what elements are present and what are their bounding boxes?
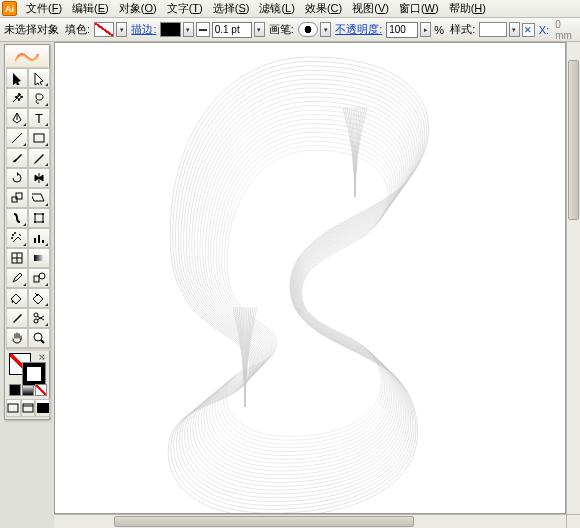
menu-filter[interactable]: 滤镜(L) bbox=[254, 0, 299, 18]
color-mode-solid[interactable] bbox=[9, 384, 21, 396]
menu-edit[interactable]: 编辑(E) bbox=[67, 0, 114, 18]
svg-rect-14 bbox=[38, 235, 40, 243]
menu-window[interactable]: 窗口(W) bbox=[394, 0, 444, 18]
palette-header-icon bbox=[6, 46, 48, 68]
reflect-tool[interactable] bbox=[28, 168, 50, 188]
svg-point-10 bbox=[12, 234, 14, 236]
menu-object[interactable]: 对象(O) bbox=[114, 0, 162, 18]
selection-status: 未选择对象 bbox=[2, 22, 61, 37]
tool-palette: T⤭ bbox=[4, 44, 50, 420]
menu-effect[interactable]: 效果(C) bbox=[300, 0, 347, 18]
rotate-tool[interactable] bbox=[6, 168, 28, 188]
opacity-unit: % bbox=[433, 24, 446, 36]
svg-rect-19 bbox=[34, 255, 44, 261]
style-swatch[interactable] bbox=[479, 22, 507, 37]
stroke-weight-dropdown[interactable]: ▾ bbox=[254, 22, 265, 37]
svg-point-21 bbox=[39, 273, 45, 279]
symbol-sprayer-tool[interactable] bbox=[6, 228, 28, 248]
live-paint-selection-tool[interactable] bbox=[28, 288, 50, 308]
svg-text:T: T bbox=[35, 111, 43, 125]
scrollbar-vertical[interactable] bbox=[566, 42, 580, 514]
menu-select[interactable]: 选择(S) bbox=[208, 0, 255, 18]
warp-tool[interactable] bbox=[6, 208, 28, 228]
paintbrush-tool[interactable] bbox=[6, 148, 28, 168]
scale-tool[interactable] bbox=[6, 188, 28, 208]
type-tool[interactable]: T bbox=[28, 108, 50, 128]
stroke-label[interactable]: 描边: bbox=[129, 22, 158, 37]
stroke-color-swatch[interactable] bbox=[23, 363, 45, 385]
svg-point-9 bbox=[42, 221, 44, 223]
x-coord-label: X: bbox=[537, 24, 551, 36]
free-transform-tool[interactable] bbox=[28, 208, 50, 228]
svg-rect-20 bbox=[34, 276, 39, 282]
svg-rect-26 bbox=[8, 404, 18, 412]
artwork-s-blend bbox=[130, 42, 490, 514]
pen-tool[interactable] bbox=[6, 108, 28, 128]
direct-selection-tool[interactable] bbox=[28, 68, 50, 88]
hand-tool[interactable] bbox=[6, 328, 28, 348]
svg-rect-27 bbox=[23, 404, 33, 412]
graph-tool[interactable] bbox=[28, 228, 50, 248]
app-icon: Ai bbox=[2, 1, 17, 16]
stroke-dropdown[interactable]: ▾ bbox=[183, 22, 194, 37]
svg-point-7 bbox=[42, 213, 44, 215]
svg-point-11 bbox=[14, 232, 16, 234]
stroke-swatch[interactable] bbox=[160, 22, 180, 37]
stroke-weight-input[interactable] bbox=[212, 22, 252, 38]
shear-tool[interactable] bbox=[28, 188, 50, 208]
canvas[interactable] bbox=[54, 42, 566, 514]
color-mode-gradient[interactable] bbox=[22, 384, 34, 396]
svg-line-25 bbox=[41, 340, 44, 343]
fill-swatch[interactable] bbox=[94, 22, 114, 37]
zoom-tool[interactable] bbox=[28, 328, 50, 348]
menu-type[interactable]: 文字(T) bbox=[162, 0, 208, 18]
mesh-tool[interactable] bbox=[6, 248, 28, 268]
scrollbar-horizontal[interactable] bbox=[54, 514, 566, 528]
svg-rect-5 bbox=[35, 214, 43, 222]
lasso-tool[interactable] bbox=[28, 88, 50, 108]
svg-point-24 bbox=[34, 333, 42, 341]
color-mode-row bbox=[6, 383, 50, 399]
eyedropper-tool[interactable] bbox=[6, 268, 28, 288]
pencil-tool[interactable] bbox=[28, 148, 50, 168]
opacity-input[interactable] bbox=[386, 22, 418, 38]
fill-dropdown[interactable]: ▾ bbox=[116, 22, 127, 37]
control-bar: 未选择对象 填色: ▾ 描边: ▾ ▾ 画笔: ▾ 不透明度: ▸ % 样式: … bbox=[0, 18, 580, 42]
opacity-dropdown[interactable]: ▸ bbox=[420, 22, 431, 37]
svg-line-1 bbox=[12, 133, 22, 143]
screen-mode-full[interactable] bbox=[35, 399, 50, 417]
svg-point-6 bbox=[34, 213, 36, 215]
screen-mode-full-menu[interactable] bbox=[21, 399, 36, 417]
slice-tool[interactable] bbox=[6, 308, 28, 328]
scrollbar-thumb[interactable] bbox=[568, 60, 579, 220]
live-paint-bucket-tool[interactable] bbox=[6, 288, 28, 308]
isolate-icon[interactable]: ✕ bbox=[522, 23, 535, 37]
menu-bar: Ai 文件(F) 编辑(E) 对象(O) 文字(T) 选择(S) 滤镜(L) 效… bbox=[0, 0, 580, 18]
gradient-tool[interactable] bbox=[28, 248, 50, 268]
fill-label: 填色: bbox=[63, 22, 92, 37]
rectangle-tool[interactable] bbox=[28, 128, 50, 148]
magic-wand-tool[interactable] bbox=[6, 88, 28, 108]
selection-tool[interactable] bbox=[6, 68, 28, 88]
svg-rect-2 bbox=[34, 134, 44, 142]
opacity-label[interactable]: 不透明度: bbox=[333, 22, 384, 37]
blend-tool[interactable] bbox=[28, 268, 50, 288]
stroke-weight-icon bbox=[196, 22, 210, 37]
scrollbar-corner bbox=[566, 514, 580, 528]
screen-mode-normal[interactable] bbox=[6, 399, 21, 417]
style-dropdown[interactable]: ▾ bbox=[509, 22, 520, 37]
style-label: 样式: bbox=[448, 22, 477, 37]
scissors-tool[interactable] bbox=[28, 308, 50, 328]
brush-dropdown[interactable]: ▾ bbox=[320, 22, 331, 37]
scrollbar-thumb[interactable] bbox=[114, 516, 414, 527]
menu-view[interactable]: 视图(V) bbox=[347, 0, 394, 18]
brush-label: 画笔: bbox=[267, 22, 296, 37]
menu-help[interactable]: 帮助(H) bbox=[444, 0, 491, 18]
line-tool[interactable] bbox=[6, 128, 28, 148]
swap-fill-stroke-icon[interactable]: ⤭ bbox=[38, 352, 46, 362]
menu-file[interactable]: 文件(F) bbox=[21, 0, 67, 18]
color-mode-none[interactable] bbox=[35, 384, 47, 396]
brush-swatch[interactable] bbox=[298, 22, 318, 37]
fill-stroke-control[interactable]: ⤭ bbox=[6, 351, 50, 383]
svg-rect-13 bbox=[34, 238, 36, 243]
